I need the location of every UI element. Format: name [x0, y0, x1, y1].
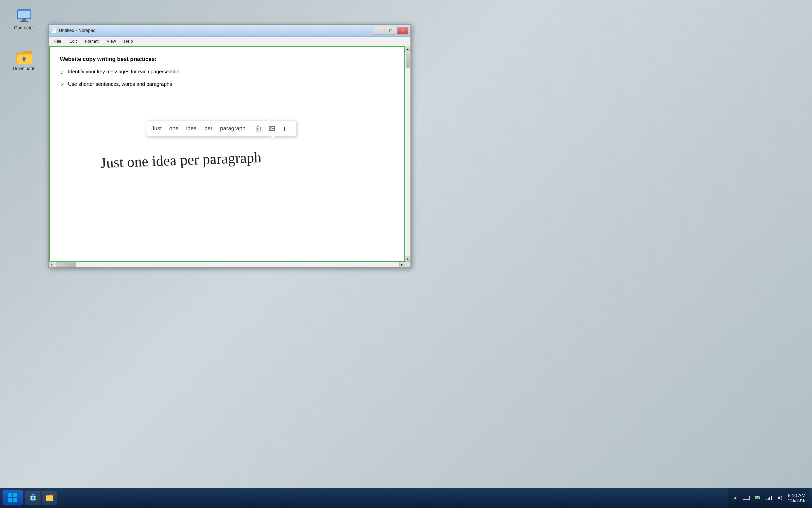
taskbar-explorer[interactable] — [42, 491, 57, 505]
svg-rect-40 — [769, 497, 770, 500]
scroll-left-button[interactable]: ◄ — [49, 262, 54, 267]
checkmark-1: ✓ — [60, 68, 64, 77]
notepad-window: Untitled - Notepad — □ ✕ File Edit Forma… — [48, 24, 411, 268]
svg-marker-26 — [733, 497, 737, 499]
start-button[interactable] — [3, 490, 23, 505]
menu-view[interactable]: View — [103, 38, 120, 45]
title-bar: Untitled - Notepad — □ ✕ — [49, 25, 411, 37]
svg-rect-36 — [760, 497, 760, 498]
svg-rect-18 — [13, 493, 17, 497]
svg-rect-28 — [744, 497, 745, 497]
scroll-right-button[interactable]: ► — [399, 262, 405, 267]
title-bar-buttons: — □ ✕ — [373, 27, 409, 35]
trash-icon — [255, 125, 262, 132]
tray-volume-icon[interactable] — [776, 494, 783, 501]
maximize-button[interactable]: □ — [385, 27, 396, 35]
chevron-up-icon — [732, 495, 738, 500]
clock[interactable]: 6:10 AM 4/15/2015 — [787, 493, 805, 503]
minimize-button[interactable]: — — [373, 27, 384, 35]
bottom-scrollbar-row: ◄ ► — [49, 262, 411, 267]
popup-toolbar: Just one idea per paragraph — [146, 121, 296, 136]
popup-icons: T — [253, 123, 291, 133]
cursor-line — [60, 93, 396, 100]
svg-rect-31 — [748, 497, 748, 497]
tray-signal-icon[interactable] — [765, 494, 772, 501]
svg-rect-37 — [755, 497, 759, 499]
svg-rect-1 — [18, 11, 30, 18]
desktop: Computer Downloads Untitled - Notepad — [0, 0, 812, 508]
popup-word-4: per — [204, 124, 212, 133]
handwriting-content: Just one idea per paragraph — [100, 149, 261, 171]
menu-format[interactable]: Format — [82, 38, 102, 45]
scroll-thumb-h[interactable] — [55, 262, 76, 267]
desktop-icon-downloads[interactable]: Downloads — [8, 48, 41, 71]
popup-word-1: Just — [151, 124, 161, 133]
text-cursor — [60, 93, 60, 99]
svg-rect-9 — [52, 31, 54, 32]
downloads-icon-label: Downloads — [13, 66, 35, 71]
image-icon — [269, 125, 276, 132]
tray-battery-icon[interactable] — [754, 494, 761, 501]
computer-icon-label: Computer — [14, 26, 34, 31]
scroll-up-button[interactable]: ▲ — [405, 46, 411, 51]
scroll-track-v[interactable] — [405, 51, 411, 256]
popup-word-5: paragraph — [220, 124, 245, 133]
svg-rect-17 — [8, 493, 12, 497]
menu-file[interactable]: File — [51, 38, 65, 45]
svg-rect-3 — [20, 21, 29, 22]
notepad-app-icon — [51, 28, 57, 34]
scroll-down-button[interactable]: ▼ — [405, 256, 411, 262]
system-tray: 6:10 AM 4/15/2015 — [727, 488, 809, 508]
popup-text-format-button[interactable]: T — [281, 123, 291, 133]
svg-rect-2 — [22, 19, 27, 21]
scroll-thumb-v[interactable] — [405, 53, 410, 68]
keyboard-icon — [743, 495, 750, 500]
svg-rect-33 — [745, 498, 746, 498]
notepad-content: Website copy writing best practices: ✓ I… — [49, 46, 411, 262]
menu-help[interactable]: Help — [121, 38, 137, 45]
content-heading: Website copy writing best practices: — [60, 54, 396, 64]
tray-keyboard-icon[interactable] — [743, 494, 750, 501]
svg-text:T: T — [283, 125, 287, 132]
clock-date: 4/15/2015 — [787, 498, 805, 503]
menu-edit[interactable]: Edit — [66, 38, 80, 45]
downloads-icon — [15, 48, 33, 66]
checkmark-2: ✓ — [60, 81, 64, 89]
svg-rect-34 — [745, 499, 748, 499]
battery-icon — [754, 495, 761, 501]
svg-rect-39 — [768, 498, 769, 500]
volume-icon — [777, 495, 783, 501]
tray-show-hidden-icons[interactable] — [731, 494, 739, 501]
svg-marker-42 — [778, 496, 780, 500]
svg-rect-32 — [744, 498, 745, 498]
title-bar-left: Untitled - Notepad — [51, 28, 96, 34]
popup-arrow-inner — [271, 136, 275, 140]
computer-icon — [15, 8, 33, 26]
signal-icon — [766, 495, 772, 501]
svg-point-4 — [23, 18, 25, 19]
popup-word-3: idea — [186, 124, 197, 133]
taskbar-ie[interactable] — [26, 491, 41, 505]
svg-rect-30 — [746, 497, 747, 497]
scroll-track-h[interactable] — [54, 262, 399, 267]
horizontal-scrollbar[interactable]: ◄ ► — [49, 262, 405, 267]
text-area[interactable]: Website copy writing best practices: ✓ I… — [49, 46, 405, 262]
close-button[interactable]: ✕ — [397, 27, 409, 35]
windows-logo-icon — [8, 493, 18, 503]
svg-rect-20 — [13, 498, 17, 502]
checklist-item-2: ✓ Use shorter sentences, words and parag… — [60, 80, 396, 89]
svg-rect-29 — [745, 497, 746, 497]
clock-time: 6:10 AM — [787, 493, 805, 498]
svg-rect-8 — [52, 30, 55, 31]
checklist-item-1: ✓ Identify your key messages for each pa… — [60, 68, 396, 77]
scroll-corner — [405, 262, 411, 267]
popup-word-2: one — [169, 124, 179, 133]
vertical-scrollbar[interactable]: ▲ ▼ — [405, 46, 411, 262]
popup-trash-button[interactable] — [253, 123, 263, 133]
svg-rect-7 — [52, 29, 55, 30]
popup-image-button[interactable] — [267, 123, 277, 133]
svg-rect-38 — [766, 499, 767, 500]
desktop-icon-computer[interactable]: Computer — [8, 8, 41, 31]
svg-rect-41 — [771, 496, 772, 500]
checklist-text-1: Identify your key messages for each page… — [68, 68, 179, 76]
